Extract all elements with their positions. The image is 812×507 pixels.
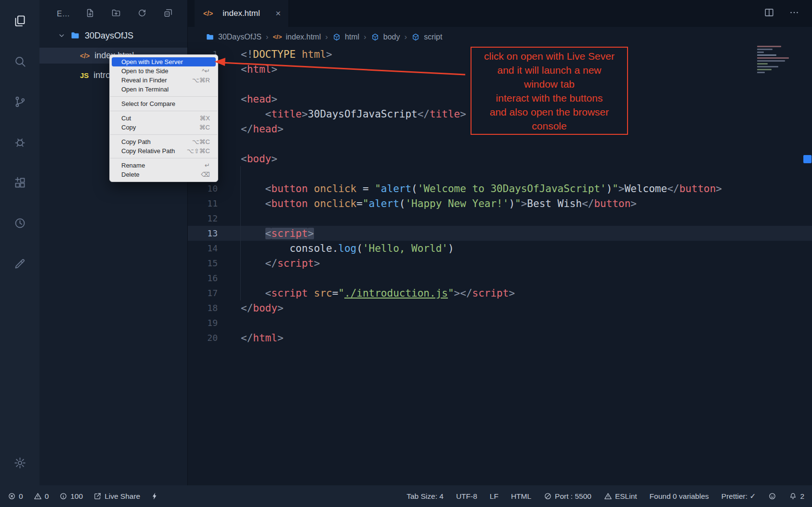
menu-separator [110,134,217,135]
status-item-0[interactable]: 0 [34,492,49,501]
menu-item-reveal-in-finder[interactable]: Reveal in Finder⌥⌘R [112,76,216,85]
html-file-icon: </> [203,10,213,17]
menu-item-open-in-terminal[interactable]: Open in Terminal [112,85,216,94]
status-item-zap[interactable] [151,492,159,500]
status-item-label: 0 [45,492,49,501]
code-line-9[interactable]: 9 [188,166,812,181]
status-item-label: 2 [800,492,804,501]
code-line-19[interactable]: 19 [188,315,812,330]
breadcrumb-item-body[interactable]: body [371,33,400,41]
code-line-13[interactable]: 13 <script> [188,226,812,241]
menu-item-delete[interactable]: Delete⌫ [112,170,216,179]
new-folder-button[interactable] [111,8,121,20]
code-line-17[interactable]: 17 <script src="./introduction.js"></scr… [188,286,812,300]
breadcrumb-separator: › [266,32,269,42]
code-line-14[interactable]: 14 console.log('Hello, World') [188,241,812,256]
status-item-0[interactable]: 0 [8,492,23,501]
root-folder-label: 30DaysOfJS [85,31,133,41]
code-line-7[interactable]: 7 [188,136,812,151]
search-icon [13,55,26,68]
menu-item-copy-path[interactable]: Copy Path⌥⌘C [112,137,216,146]
activity-item-settings[interactable] [8,451,32,475]
tab-bar: </> index.html × [188,0,812,27]
activity-bar-bottom-icons [0,451,39,485]
status-item-tab-size-4[interactable]: Tab Size: 4 [406,492,444,501]
breadcrumb-label: 30DaysOfJS [218,33,262,41]
code-line-18[interactable]: 18</body> [188,300,812,315]
html-file-icon: </> [273,33,282,40]
status-item-prettier[interactable]: Prettier: ✓ [721,492,756,501]
collapse-all-icon [163,8,173,18]
code-line-15[interactable]: 15 </script> [188,256,812,271]
minimap-line [757,66,778,67]
annotation-text-line: click on open with Live Sever [471,49,627,63]
status-item-live-share[interactable]: Live Share [93,492,140,501]
code-line-text: </html> [241,332,284,344]
tree-root-30daysofjs[interactable]: 30DaysOfJS [39,28,187,43]
status-item-100[interactable]: 100 [59,492,83,501]
folder-icon [206,33,214,41]
menu-item-open-to-the-side[interactable]: Open to the Side^↵ [112,66,216,76]
status-item-label: 0 [19,492,23,501]
code-line-8[interactable]: 8<body> [188,151,812,166]
close-icon[interactable]: × [275,8,281,19]
status-item-smiley[interactable] [768,492,776,500]
status-item-utf-8[interactable]: UTF-8 [456,492,477,501]
status-item-html[interactable]: HTML [511,492,531,501]
more-actions-button[interactable] [789,7,799,20]
code-line-10[interactable]: 10 <button onclick = "alert('Welcome to … [188,181,812,196]
menu-item-copy-relative-path[interactable]: Copy Relative Path⌥⇧⌘C [112,146,216,156]
menu-item-rename[interactable]: Rename↵ [112,161,216,170]
status-item-lf[interactable]: LF [490,492,498,501]
breadcrumb-item-html[interactable]: html [332,33,359,41]
menu-item-copy[interactable]: Copy⌘C [112,123,216,132]
status-item-2[interactable]: 2 [789,492,804,501]
status-item-port-5500[interactable]: Port : 5500 [544,492,591,501]
minimap[interactable] [757,46,799,78]
code-line-16[interactable]: 16 [188,271,812,286]
pen-icon [13,257,26,270]
code-line-11[interactable]: 11 <button onclick="alert('Happy New Yea… [188,196,812,211]
status-item-label: HTML [511,492,531,501]
activity-item-pen[interactable] [8,251,32,275]
info-icon [59,492,67,500]
minimap-line [757,60,785,62]
breadcrumb-label: index.html [286,33,321,41]
code-line-12[interactable]: 12 [188,211,812,226]
collapse-all-button[interactable] [163,8,173,20]
tab-index-html[interactable]: </> index.html × [195,0,289,27]
refresh-button[interactable] [137,8,147,20]
new-file-icon [85,8,95,18]
status-bar-right: Tab Size: 4UTF-8LFHTMLPort : 5500ESLintF… [406,492,804,501]
minimap-line [757,54,776,56]
menu-item-label: Open with Live Server [121,57,210,66]
status-item-label: Port : 5500 [555,492,591,501]
line-number: 12 [188,213,241,223]
activity-item-history[interactable] [8,211,32,235]
menu-item-cut[interactable]: Cut⌘X [112,114,216,123]
split-editor-button[interactable] [764,7,774,20]
activity-item-extensions[interactable] [8,170,32,195]
refresh-icon [137,8,147,18]
code-line-20[interactable]: 20</html> [188,330,812,345]
sidebar-header: E… [39,0,187,28]
breadcrumb-item-script[interactable]: script [411,33,442,41]
status-item-found-0-variables[interactable]: Found 0 variables [650,492,709,501]
activity-item-source-control[interactable] [8,90,32,114]
activity-item-debug[interactable] [8,130,32,154]
annotation-text-line: interact with the buttons [471,91,627,105]
new-file-button[interactable] [85,8,95,20]
code-line-text: </script> [241,258,320,269]
menu-item-label: Select for Compare [121,99,210,108]
activity-item-search[interactable] [8,49,32,73]
menu-item-label: Reveal in Finder [121,76,185,85]
status-item-label: Found 0 variables [650,492,709,501]
status-item-eslint[interactable]: ESLint [604,492,637,501]
menu-item-select-for-compare[interactable]: Select for Compare [112,99,216,108]
annotation-text-line: and also open the browser [471,105,627,119]
smiley-icon [768,492,776,500]
menu-item-open-with-live-server[interactable]: Open with Live Server [112,57,216,66]
activity-item-files[interactable] [8,9,32,33]
breadcrumb-item-index-html[interactable]: </>index.html [273,33,321,41]
breadcrumb-item-30daysofjs[interactable]: 30DaysOfJS [206,33,262,41]
